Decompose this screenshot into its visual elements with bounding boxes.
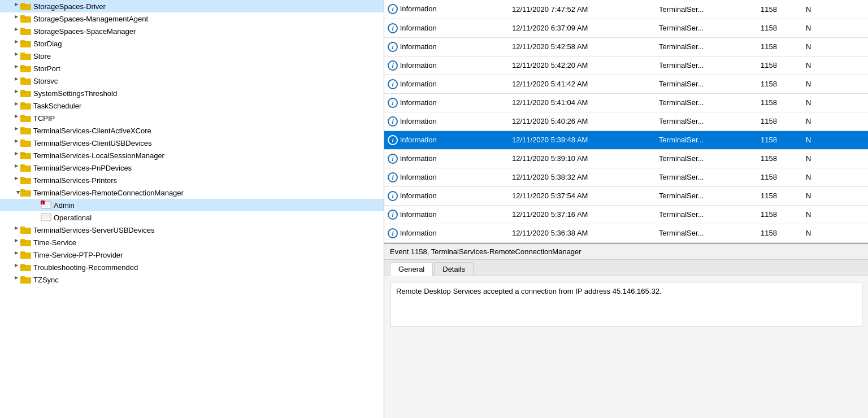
table-row[interactable]: i Information12/11/2020 5:40:26 AMTermin… [384, 112, 868, 130]
tree-item-time-service[interactable]: ▶ Time-Service [0, 236, 384, 249]
cell-source: TerminalSer... [656, 75, 757, 93]
level-text: Information [400, 210, 437, 219]
tree-item-storport[interactable]: ▶ StorPort [0, 62, 384, 75]
level-text: Information [400, 229, 437, 237]
event-detail: Event 1158, TerminalServices-RemoteConne… [384, 244, 868, 419]
tree-item-storage-driver[interactable]: ▶ StorageSpaces-Driver [0, 0, 384, 12]
tree-item-label: TZSync [33, 276, 59, 284]
cell-task: N [802, 0, 868, 19]
tree-panel: ▶ StorageSpaces-Driver▶ StorageSpaces-Ma… [0, 0, 384, 418]
tree-item-ts-remoteconn-oper[interactable]: Operational [0, 211, 384, 224]
tree-item-label: Store [33, 52, 51, 60]
tree-item-label: Admin [54, 201, 75, 210]
table-row[interactable]: i Information12/11/2020 5:42:20 AMTermin… [384, 56, 868, 75]
svg-rect-35 [20, 140, 25, 142]
cell-event-id: 1158 [757, 0, 802, 19]
tree-item-tzsync[interactable]: ▶ TZSync [0, 273, 384, 286]
svg-rect-29 [20, 115, 25, 117]
tab-details[interactable]: Details [434, 262, 474, 276]
tree-item-ts-remoteconn-admin[interactable]: ! Admin [0, 199, 384, 211]
cell-level: i Information [384, 19, 509, 37]
table-row[interactable]: i Information12/11/2020 6:37:09 AMTermin… [384, 19, 868, 37]
table-row[interactable]: i Information12/11/2020 7:47:52 AMTermin… [384, 0, 868, 19]
tree-item-ts-remoteconn[interactable]: ▶ TerminalServices-RemoteConnectionManag… [0, 186, 384, 199]
tree-item-troubleshooting[interactable]: ▶ Troubleshooting-Recommended [0, 261, 384, 273]
tree-item-ts-pnpdevices[interactable]: ▶ TerminalServices-PnPDevices [0, 162, 384, 174]
cell-source: TerminalSer... [656, 186, 757, 205]
cell-event-id: 1158 [757, 205, 802, 224]
table-row[interactable]: i Information12/11/2020 5:39:10 AMTermin… [384, 149, 868, 168]
cell-source: TerminalSer... [656, 56, 757, 75]
tree-item-ts-serverusb[interactable]: ▶ TerminalServices-ServerUSBDevices [0, 224, 384, 236]
chevron-icon: ▶ [12, 27, 20, 36]
tree-item-label: Storsvc [33, 77, 58, 85]
tree-item-label: TerminalServices-ServerUSBDevices [33, 226, 155, 234]
cell-datetime: 12/11/2020 5:38:32 AM [509, 168, 656, 186]
cell-task: N [802, 224, 868, 242]
chevron-icon: ▶ [12, 89, 20, 98]
svg-rect-44 [20, 177, 25, 179]
cell-source: TerminalSer... [656, 93, 757, 112]
svg-rect-2 [20, 3, 25, 5]
table-row[interactable]: i Information12/11/2020 5:41:42 AMTermin… [384, 75, 868, 93]
folder-icon [20, 225, 32, 234]
tree-item-storage-space[interactable]: ▶ StorageSpaces-SpaceManager [0, 25, 384, 37]
cell-level: i Information [384, 93, 509, 112]
chevron-icon: ▶ [12, 101, 20, 110]
tree-item-tcpip[interactable]: ▶ TCPIP [0, 112, 384, 124]
table-row[interactable]: i Information12/11/2020 5:37:16 AMTermin… [384, 205, 868, 224]
info-icon: i [388, 135, 398, 145]
cell-event-id: 1158 [757, 93, 802, 112]
level-text: Information [400, 80, 437, 88]
tree-item-store[interactable]: ▶ Store [0, 50, 384, 62]
table-row[interactable]: i Information12/11/2020 5:37:54 AMTermin… [384, 186, 868, 205]
tree-item-storage-mgmt[interactable]: ▶ StorageSpaces-ManagementAgent [0, 12, 384, 25]
tree-item-ts-printers[interactable]: ▶ TerminalServices-Printers [0, 174, 384, 186]
level-text: Information [400, 173, 437, 181]
table-row[interactable]: i Information12/11/2020 5:41:04 AMTermin… [384, 93, 868, 112]
table-row[interactable]: i Information12/11/2020 5:42:58 AMTermin… [384, 37, 868, 56]
info-icon: i [388, 172, 398, 182]
tree-item-label: Operational [54, 214, 92, 222]
cell-datetime: 12/11/2020 5:41:04 AM [509, 93, 656, 112]
level-text: Information [400, 117, 437, 125]
chevron-icon: ▶ [12, 39, 20, 48]
cell-level: i Information [384, 112, 509, 130]
info-icon: i [388, 191, 398, 201]
tab-general[interactable]: General [390, 262, 433, 276]
tree-item-storsvc[interactable]: ▶ Storsvc [0, 75, 384, 87]
tree-item-ts-clientactivex[interactable]: ▶ TerminalServices-ClientActiveXCore [0, 124, 384, 137]
cell-event-id: 1158 [757, 112, 802, 130]
cell-level: i Information [384, 37, 509, 56]
cell-task: N [802, 168, 868, 186]
tree-item-label: TerminalServices-PnPDevices [33, 164, 132, 172]
info-icon: i [388, 116, 398, 127]
folder-icon [20, 39, 32, 48]
cell-datetime: 12/11/2020 5:37:16 AM [509, 205, 656, 224]
cell-level: i Information [384, 56, 509, 75]
cell-task: N [802, 186, 868, 205]
cell-event-id: 1158 [757, 130, 802, 149]
table-row[interactable]: i Information12/11/2020 5:38:32 AMTermin… [384, 168, 868, 186]
table-row[interactable]: i Information12/11/2020 5:36:38 AMTermin… [384, 224, 868, 242]
info-icon: i [388, 98, 398, 108]
cell-task: N [802, 37, 868, 56]
event-title-bar: Event 1158, TerminalServices-RemoteConne… [384, 244, 868, 260]
cell-level: i Information [384, 224, 509, 242]
tree-item-label: Time-Service [33, 238, 76, 247]
table-row[interactable]: i Information12/11/2020 5:39:48 AMTermin… [384, 130, 868, 149]
tree-item-systemsettings[interactable]: ▶ SystemSettingsThreshold [0, 87, 384, 99]
chevron-icon: ▶ [12, 114, 20, 123]
cell-datetime: 12/11/2020 6:37:09 AM [509, 19, 656, 37]
tree-item-label: StorageSpaces-SpaceManager [33, 27, 136, 36]
tree-item-ts-localsession[interactable]: ▶ TerminalServices-LocalSessionManager [0, 149, 384, 162]
folder-icon [20, 27, 32, 36]
tree-item-taskscheduler[interactable]: ▶ TaskScheduler [0, 99, 384, 112]
event-table: i Information12/11/2020 7:47:52 AMTermin… [384, 0, 868, 243]
info-icon: i [388, 154, 398, 164]
tree-item-stordiag[interactable]: ▶ StorDiag [0, 37, 384, 50]
tree-item-ts-clientusb[interactable]: ▶ TerminalServices-ClientUSBDevices [0, 137, 384, 149]
tree-item-time-service-ptp[interactable]: ▶ Time-Service-PTP-Provider [0, 249, 384, 261]
cell-level: i Information [384, 149, 509, 168]
svg-rect-32 [20, 127, 25, 129]
